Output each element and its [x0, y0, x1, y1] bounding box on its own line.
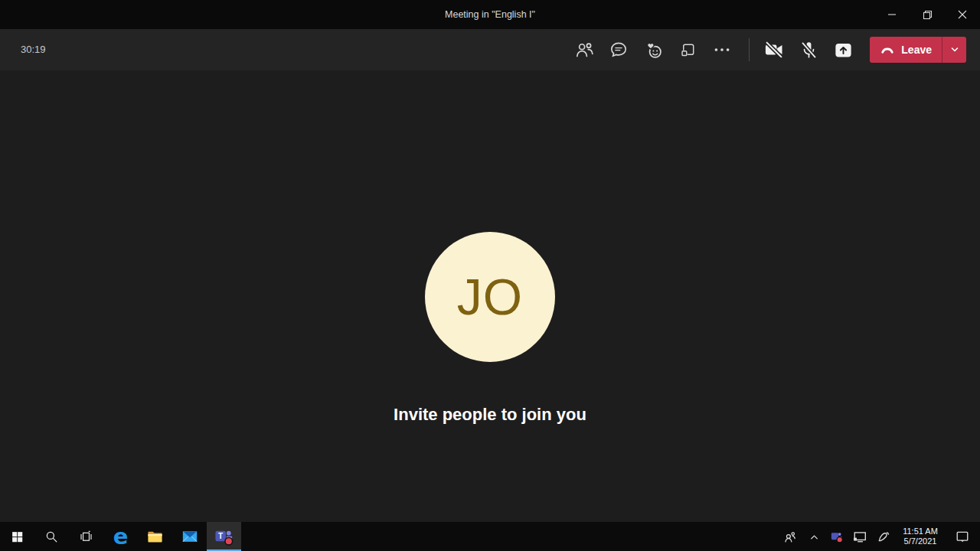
restore-icon	[923, 10, 933, 20]
camera-off-icon	[763, 39, 785, 60]
reactions-icon	[643, 40, 664, 60]
chevron-up-icon	[808, 531, 820, 543]
teams-icon: T	[214, 527, 234, 547]
minimize-button[interactable]	[874, 0, 910, 29]
close-button[interactable]	[945, 0, 980, 29]
leave-label: Leave	[901, 44, 932, 56]
taskbar: e T	[0, 522, 980, 551]
meeting-toolbar: 30:19	[0, 29, 980, 70]
reactions-button[interactable]	[641, 37, 665, 63]
hidden-icons-button[interactable]	[802, 522, 825, 551]
chevron-down-icon	[949, 44, 960, 55]
window-controls	[874, 0, 980, 29]
toolbar-divider	[749, 38, 750, 61]
participants-button[interactable]	[572, 37, 596, 63]
search-button[interactable]	[34, 522, 69, 551]
leave-options-button[interactable]	[942, 37, 966, 63]
titlebar: Meeting in "English I"	[0, 0, 980, 29]
task-view-icon	[79, 530, 93, 544]
system-tray: 11:51 AM 5/7/2021	[776, 522, 980, 551]
people-tray-button[interactable]	[776, 522, 802, 551]
search-icon	[44, 530, 59, 544]
mail-icon	[181, 528, 198, 545]
window-title: Meeting in "English I"	[0, 0, 980, 29]
breakout-rooms-button[interactable]	[675, 37, 700, 63]
network-icon	[853, 530, 867, 543]
mic-button[interactable]	[796, 37, 821, 63]
tray-date: 5/7/2021	[904, 536, 937, 546]
meeting-stage: JO Invite people to join you	[0, 70, 980, 522]
participants-icon	[574, 40, 595, 60]
share-button[interactable]	[831, 37, 855, 63]
action-center-icon	[956, 530, 969, 543]
pen-tray-button[interactable]	[871, 522, 896, 551]
more-actions-button[interactable]	[710, 37, 734, 63]
edge-icon: e	[113, 526, 129, 548]
tray-time: 11:51 AM	[903, 527, 938, 536]
pen-icon	[877, 530, 890, 543]
edge-button[interactable]: e	[103, 522, 138, 551]
windows-logo-icon	[11, 530, 24, 543]
close-icon	[958, 10, 967, 19]
leave-button[interactable]: Leave	[870, 37, 942, 63]
minimize-icon	[887, 10, 897, 19]
chat-button[interactable]	[606, 37, 631, 63]
teams-logo-letter: T	[218, 532, 224, 540]
invite-text: Invite people to join you	[0, 405, 980, 425]
people-tray-icon	[783, 530, 796, 543]
mail-button[interactable]	[172, 522, 207, 551]
file-explorer-icon	[146, 528, 164, 546]
toolbar-actions: Leave	[572, 29, 966, 70]
share-tray-icon	[833, 40, 854, 60]
more-actions-icon	[712, 40, 732, 60]
chat-icon	[609, 40, 629, 60]
clock[interactable]: 11:51 AM 5/7/2021	[896, 522, 945, 551]
file-explorer-button[interactable]	[138, 522, 172, 551]
restore-button[interactable]	[910, 0, 945, 29]
leave-call-icon	[880, 44, 895, 56]
task-view-button[interactable]	[69, 522, 103, 551]
teams-meeting-window: Meeting in "English I" 30:19	[0, 0, 980, 551]
teams-tray-button[interactable]	[825, 522, 848, 551]
action-center-button[interactable]	[945, 522, 980, 551]
avatar-initials: JO	[457, 268, 523, 326]
camera-button[interactable]	[762, 37, 786, 63]
mic-off-icon	[799, 40, 819, 60]
teams-taskbar-button[interactable]: T	[207, 522, 241, 551]
meeting-timer: 30:19	[21, 29, 46, 70]
start-button[interactable]	[0, 522, 34, 551]
network-tray-button[interactable]	[848, 522, 871, 551]
avatar: JO	[425, 232, 555, 362]
leave-split-button: Leave	[870, 37, 966, 63]
breakout-rooms-icon	[679, 41, 697, 59]
teams-tray-icon	[831, 530, 844, 543]
